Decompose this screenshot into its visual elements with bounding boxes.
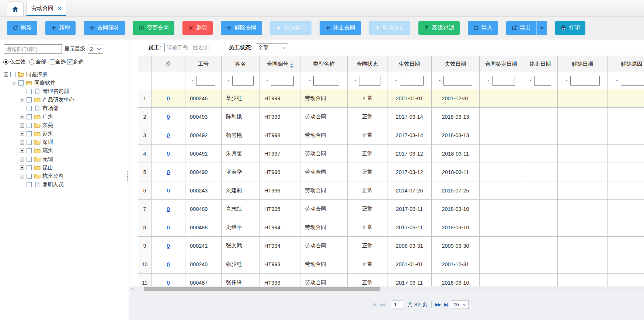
attachment-count-link[interactable]: 0	[167, 151, 170, 157]
attachment-count-link[interactable]: 0	[167, 188, 170, 194]
attachment-count-link[interactable]: 0	[167, 225, 170, 230]
tree-node-label[interactable]: 广州	[42, 113, 53, 120]
table-row[interactable]: 20000493陈利娥HT999劳动合同正常2017-03-142018-03-…	[138, 108, 644, 126]
first-page-icon[interactable]: |◀	[372, 302, 375, 307]
table-row[interactable]: 100000240张少桂HT993劳动合同正常2001-01-012001-12…	[138, 255, 644, 274]
last-page-icon[interactable]: ▶|	[444, 302, 447, 307]
tree-node-label[interactable]: 深圳	[42, 139, 53, 146]
column-filter-input-rescind_reason[interactable]	[621, 76, 644, 86]
tree-node-checkbox[interactable]	[27, 106, 32, 111]
renew-contract-button[interactable]: 合同续签	[84, 21, 125, 35]
expand-icon[interactable]: +	[20, 123, 24, 128]
tree-node-checkbox[interactable]	[27, 123, 32, 128]
attachment-count-link[interactable]: 0	[167, 95, 170, 101]
employee-search-input[interactable]	[164, 43, 209, 52]
next-page-icon[interactable]: ▶▶	[435, 302, 441, 307]
export-dropdown-toggle[interactable]	[536, 21, 547, 35]
expand-icon[interactable]: +	[20, 115, 24, 119]
close-icon[interactable]: ×	[58, 6, 61, 11]
expand-icon[interactable]: +	[20, 166, 24, 170]
expand-icon[interactable]: +	[20, 132, 24, 136]
attachment-count-link[interactable]: 0	[167, 280, 170, 286]
column-header-contract_no[interactable]: 合同编号	[260, 56, 300, 72]
advanced-filter-button[interactable]: 高级过滤	[418, 21, 460, 35]
column-filter-input-emp_no[interactable]	[196, 76, 215, 86]
table-row[interactable]: 40000491朱月笛HT997劳动合同正常2017-03-122018-03-…	[138, 145, 644, 163]
collapse-icon[interactable]: −	[4, 72, 8, 77]
attachment-count-link[interactable]: 0	[167, 206, 170, 212]
tree-node-label[interactable]: 产品研发中心	[42, 96, 74, 103]
expand-icon[interactable]: +	[20, 98, 24, 102]
change-contract-button[interactable]: 变更合同	[133, 21, 174, 35]
terminate-contract-button[interactable]: 终止合同	[320, 21, 361, 35]
tree-node-checkbox[interactable]	[27, 97, 32, 102]
export-button[interactable]: 导出	[506, 21, 547, 35]
table-row[interactable]: 50000490罗美华HT996劳动合同正常2017-03-122018-03-…	[138, 163, 644, 181]
tree-node-label[interactable]: 杭州公司	[42, 173, 64, 180]
column-filter-input-effective_date[interactable]	[400, 76, 424, 86]
checkbox-select-all[interactable]	[50, 59, 55, 65]
tab-labor-contract[interactable]: 劳动合同 ×	[26, 1, 66, 16]
column-filter-input-contract_no[interactable]	[271, 76, 294, 86]
tree-node-checkbox[interactable]	[10, 72, 15, 77]
collapse-icon[interactable]: −	[12, 81, 16, 85]
tree-node-checkbox[interactable]	[27, 131, 32, 136]
refresh-button[interactable]: 刷新	[7, 21, 37, 35]
tree-node-checkbox[interactable]	[27, 89, 32, 94]
column-filter-input-terminate_date[interactable]	[534, 76, 551, 86]
sort-icon[interactable]	[290, 63, 293, 68]
prev-page-icon[interactable]: ◀◀	[379, 302, 384, 307]
tree-node-label[interactable]: 同鑫控股	[26, 71, 48, 78]
tree-node-label[interactable]: 市场部	[42, 105, 59, 112]
expand-icon[interactable]: +	[20, 174, 24, 178]
tree-node-checkbox[interactable]	[27, 157, 32, 162]
tree-node-checkbox[interactable]	[18, 80, 24, 86]
radio-all[interactable]	[29, 59, 34, 65]
tree-node-checkbox[interactable]	[27, 148, 32, 153]
add-button[interactable]: 新增	[45, 21, 76, 35]
employee-status-select[interactable]: 全部	[256, 43, 288, 52]
table-row[interactable]: 60000243刘建莉HT996劳动合同正常2014-07-262015-07-…	[138, 181, 644, 200]
table-row[interactable]: 70000489肖志红HT995劳动合同正常2017-03-112018-03-…	[138, 200, 644, 218]
attachment-count-link[interactable]: 0	[167, 114, 170, 120]
column-filter-input-rescind_date[interactable]	[570, 76, 600, 86]
dept-code-input[interactable]	[4, 44, 62, 54]
cancel-rescind-button[interactable]: 取消解除	[270, 21, 311, 35]
tree-node-checkbox[interactable]	[27, 165, 32, 170]
attachment-count-link[interactable]: 0	[167, 243, 170, 249]
tree-node-label[interactable]: 兼职人员	[42, 181, 64, 188]
expand-icon[interactable]: +	[20, 140, 24, 145]
tree-node-label[interactable]: 苏州	[42, 130, 53, 137]
table-row[interactable]: 80000488史继平HT994劳动合同正常2017-03-112018-03-…	[138, 218, 644, 237]
table-row[interactable]: 30000492杨秀艳HT998劳动合同正常2017-03-142018-03-…	[138, 126, 644, 145]
column-filter-input-expiry_date[interactable]	[443, 76, 472, 86]
import-button[interactable]: 导入	[468, 21, 498, 35]
sidebar-splitter-handle[interactable]	[126, 171, 129, 181]
checkbox-multi-select[interactable]	[67, 59, 73, 65]
delete-button[interactable]: 删除	[182, 21, 213, 35]
tree-node-label[interactable]: 昆山	[42, 164, 53, 171]
tree-node-label[interactable]: 东莞	[42, 122, 53, 129]
tree-node-label[interactable]: 惠州	[42, 147, 53, 154]
scrollbar-thumb[interactable]	[144, 287, 380, 291]
rescind-contract-button[interactable]: 解除合同	[221, 21, 262, 35]
tree-node-label[interactable]: 管理咨询部	[42, 88, 69, 95]
tree-node-label[interactable]: 同鑫软件	[34, 79, 56, 86]
column-filter-input-type_name[interactable]	[313, 76, 339, 86]
page-size-select[interactable]: 26	[451, 300, 469, 309]
column-filter-input-sign_date[interactable]	[492, 76, 515, 86]
page-number-input[interactable]	[392, 300, 403, 309]
attachment-count-link[interactable]: 0	[167, 169, 170, 175]
cancel-terminate-button[interactable]: 取消终止	[369, 21, 410, 35]
tab-home[interactable]	[7, 1, 24, 16]
tree-node-checkbox[interactable]	[27, 174, 32, 179]
print-button[interactable]: 打印	[555, 21, 585, 35]
tree-node-label[interactable]: 无锡	[42, 156, 53, 163]
level-select[interactable]: 2	[88, 45, 103, 54]
tree-node-checkbox[interactable]	[27, 140, 32, 145]
attachment-count-link[interactable]: 0	[167, 132, 170, 138]
scroll-left-arrow-icon[interactable]: ‹	[130, 286, 135, 292]
column-filter-input-contract_status[interactable]	[359, 76, 380, 86]
column-filter-input-name[interactable]	[232, 76, 254, 86]
table-row[interactable]: 90000241张文武HT994劳动合同正常2008-03-312009-03-…	[138, 237, 644, 255]
